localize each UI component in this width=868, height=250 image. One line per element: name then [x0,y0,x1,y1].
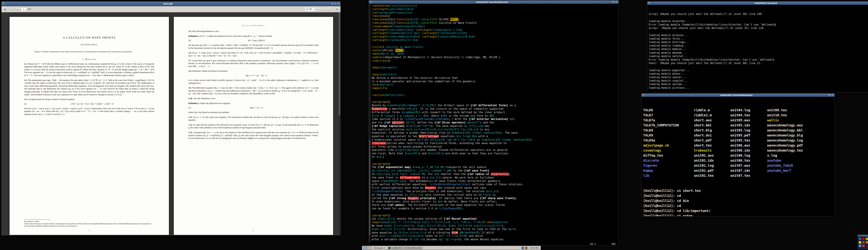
editor-line: can be found for example in section 2.4 … [372,207,618,211]
pdf-text-block: (1)f″(r) + (q−1)/r · f′(r) + f(r) = 0, f… [24,103,154,105]
sidebar-toggle-icon[interactable]: ▤ [3,7,7,11]
file-entry: lib [643,173,694,178]
scrollbar-thumb[interactable] [339,13,340,115]
file-entry: adjustpage.sh [643,143,694,148]
terminal-line: loading module diskuse... [649,33,868,37]
window-menu-icon[interactable] [648,2,650,4]
dock-app-icon[interactable] [866,238,868,240]
dock-app-icon[interactable] [859,245,861,247]
window-menu-icon[interactable] [642,94,645,96]
file-entry: unit01.idx [694,158,730,163]
dock-app-icon[interactable] [862,245,865,247]
tray-icon-app1[interactable] [522,247,524,249]
terminal-output[interactable]: TALK6riddle.munit04.logunit09.texTALK7ri… [642,97,835,216]
editor-line: non-local. Note that $\cos(Dt)$ and $\si… [372,152,618,155]
pdf-text-block: 1.12. In order that the solution of the … [188,123,318,129]
file-entry: wallis [767,118,833,123]
editor-line: all forms allows to avoid pseudo differe… [372,145,618,149]
zoom-out-button[interactable]: − [317,7,321,11]
file-entry: short.aux [694,118,730,123]
xterm-scrollbar[interactable] [369,4,371,242]
minimize-button[interactable] [331,3,334,5]
menu-button[interactable]: ☰ [335,7,339,11]
editor-line: after a variable change $t \to rw$ becom… [372,238,618,241]
pdf-scrollbar[interactable] [338,12,340,235]
terminal-output[interactable]: array} (Maybe you should just omit the d… [647,5,868,92]
editor-line: \setlength{\headheight}{13.6pt} \setleng… [372,32,618,35]
editor-line: The {\bf exponential map} $\exp_p: T_pM … [372,166,618,169]
file-listing-row: happyunit01.pdfunit07.idxyoutube_mar7 [643,168,833,173]
editor-line: differential forms $\Lambda(M)$ with res… [372,111,618,114]
window-menu-icon[interactable] [2,3,5,5]
terminal-titlebar[interactable]: knill@knill12: /home/knill [647,2,868,5]
editor-line: with partial differential equations. \ci… [372,183,618,186]
previous-page-button[interactable]: ◂ [10,7,14,11]
editor-line [372,42,618,45]
task-button[interactable]: knill@knill12: /home/knill/important [387,246,423,249]
paper-abstract: Abstract. We define a deformation of the… [34,51,144,53]
pdf-text-block: Definition 2. Define the deformed wave e… [188,102,318,105]
file-entry: youtube [767,158,833,163]
terminal-line: Error loading module /home/knill/bin/mod… [649,23,868,26]
terminal-title: knill@knill12: /home/knill [651,2,868,4]
window-menu-icon[interactable] [370,1,372,3]
pdf-window-titlebar[interactable]: short.pdf × [2,2,340,6]
workspace-cell-1[interactable] [363,247,367,249]
zoom-in-button[interactable]: + [322,7,327,11]
workspace-cell-2[interactable] [367,247,372,249]
file-entry: youtube_mar7 [767,168,833,173]
terminal-window-important: knill@knill12: /home/knill/important TAL… [641,93,835,216]
dock-icon-box-window[interactable] [858,235,868,249]
editor-line: \paragraph{} [372,162,618,166]
next-page-button[interactable]: ▸ [16,7,20,11]
file-entry: wavecohomology.tex [767,148,833,153]
editor-line [372,63,618,66]
page2-body: 1.4. The following definition is new:Def… [188,30,318,140]
dock-app-icon[interactable] [862,241,865,244]
dock-app-icon[interactable] [859,241,861,244]
file-entry: TALK9 [643,133,694,138]
close-button[interactable]: × [337,3,340,5]
editor-line [372,97,618,100]
file-listing-row: TALK8short.blgunit05.logwavecohomology.b… [643,128,833,133]
file-entry: unit06.log [730,153,767,158]
minimize-button[interactable] [612,1,615,3]
vim-scroll-percent: 98% [612,243,616,245]
file-listing-row: TALK6riddle.munit04.logunit09.tex [643,107,833,113]
maximize-button[interactable] [615,1,618,3]
dock-titlebar[interactable] [858,235,868,237]
dock-icon-grid [858,237,868,249]
scrollbar-thumb[interactable] [369,140,370,235]
file-entry: unit10.tex [767,113,833,118]
terminal-icon [389,247,391,249]
file-entry: TALK7 [643,113,694,118]
page-number-input[interactable]: 1 [21,7,27,11]
dock-app-icon[interactable] [859,238,861,240]
editor-text-area[interactable]: \newtheorem{conj}{Conjecture}\setlength{… [371,4,619,242]
dock-app-icon[interactable] [866,241,868,244]
taskbar-clock: 09:14 AM [528,246,540,250]
maximize-button[interactable] [831,94,834,96]
pdf-content-area[interactable]: A CALCULUS ON WAVE FRONTS OLIVER KNILL A… [2,12,340,235]
fit-width-button[interactable]: ⇿ [328,7,332,11]
minimize-button[interactable] [828,94,831,96]
zoom-select[interactable]: 57.4% ▾ [305,7,316,11]
maximize-button[interactable] [334,3,337,5]
vim-window-title: knill@knill12: /home/knill/important [373,1,612,3]
workspace-pager[interactable] [363,246,372,249]
dock-app-icon[interactable] [862,238,865,240]
terminal-titlebar[interactable]: knill@knill12: /home/knill/important [642,94,835,97]
file-listing-row: TALK7riddle2.munit04.texunit10.tex [643,113,833,118]
terminal-line: loading module hostlogo... [649,40,868,44]
terminal-line: loading module diskstat... [649,20,868,23]
terminal-line [649,65,868,68]
shell-history: [knill@knill12]: vi short.tex[knill@knil… [643,188,833,216]
editor-line: \newtheorem{conj}{Conjecture} [372,4,618,8]
file-entry: wavecohomology.log [767,138,833,143]
editor-line: called the {\bf strong Huygens principle… [372,197,618,200]
running-head: Calculus on Wave Fronts [188,25,318,26]
file-entry: unit07.aux [730,163,767,168]
tray-icon-app2[interactable] [525,247,528,249]
pdf-text-block: (2)dh = h φq+2(hD) d . [188,39,318,42]
vim-window-titlebar[interactable]: knill@knill12: /home/knill/important [369,1,619,4]
